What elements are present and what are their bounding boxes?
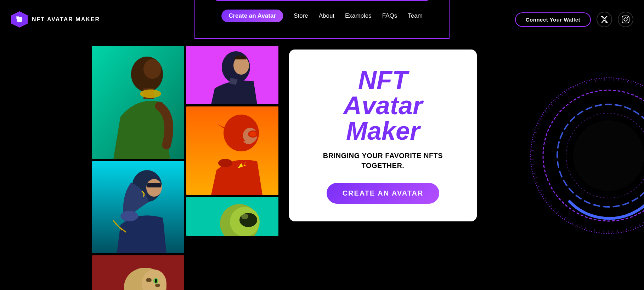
- hero-subtitle: BRINGING YOUR FAVORITE NFTS TOGETHER.: [307, 151, 459, 170]
- avatar-grid: [92, 46, 278, 290]
- svg-rect-2: [16, 16, 19, 19]
- avatar-magenta-hero: [186, 46, 278, 104]
- svg-point-12: [120, 211, 138, 221]
- svg-point-16: [146, 278, 152, 282]
- nav-store[interactable]: Store: [294, 12, 308, 19]
- nav-create-avatar[interactable]: Create an Avatar: [221, 10, 283, 22]
- header-right: Connect Your Wallet: [515, 12, 633, 27]
- avatar-blue-ninja: [92, 161, 184, 253]
- svg-point-17: [155, 284, 160, 287]
- svg-point-40: [573, 120, 644, 191]
- main-content: NFT Avatar Maker BRINGING YOUR FAVORITE …: [0, 39, 644, 290]
- decorative-circles: [520, 67, 644, 244]
- avatar-teal-warrior: [92, 46, 184, 159]
- svg-point-7: [140, 89, 161, 98]
- hero-panel: NFT Avatar Maker BRINGING YOUR FAVORITE …: [289, 50, 477, 221]
- svg-point-28: [249, 132, 256, 137]
- create-avatar-button[interactable]: CREATE AN AVATAR: [327, 183, 440, 204]
- logo-text: NFT AVATAR MAKER: [32, 16, 100, 23]
- connect-wallet-button[interactable]: Connect Your Wallet: [515, 12, 591, 27]
- nav-examples[interactable]: Examples: [345, 12, 372, 19]
- grid-column-1: [92, 46, 184, 290]
- hero-title: NFT Avatar Maker: [343, 67, 423, 144]
- avatar-red-animal: [92, 255, 184, 290]
- svg-point-29: [218, 159, 232, 167]
- svg-point-10: [146, 179, 162, 197]
- nav-about[interactable]: About: [319, 12, 334, 19]
- svg-point-34: [241, 214, 248, 219]
- svg-point-5: [143, 59, 161, 79]
- main-nav: Create an Avatar Store About Examples FA…: [221, 0, 423, 32]
- twitter-icon[interactable]: [597, 12, 612, 27]
- logo-icon: [11, 11, 28, 28]
- instagram-icon[interactable]: [618, 12, 633, 27]
- svg-point-19: [155, 279, 157, 283]
- nav-faqs[interactable]: FAQs: [382, 12, 397, 19]
- nav-team[interactable]: Team: [408, 12, 423, 19]
- avatar-orange-flash: [186, 106, 278, 195]
- logo-area[interactable]: NFT AVATAR MAKER: [11, 11, 100, 28]
- avatar-teal-round: [186, 197, 278, 236]
- grid-column-2: [186, 46, 278, 290]
- svg-rect-11: [147, 183, 161, 187]
